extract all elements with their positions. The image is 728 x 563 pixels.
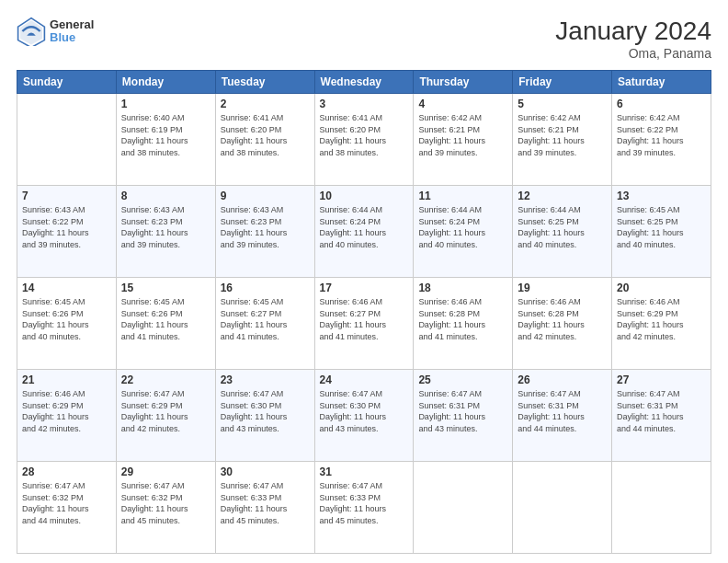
day-number: 18 (418, 282, 507, 294)
day-info: Sunrise: 6:47 AM Sunset: 6:31 PM Dayligh… (518, 388, 607, 434)
day-info: Sunrise: 6:47 AM Sunset: 6:29 PM Dayligh… (121, 388, 210, 434)
day-number: 17 (320, 282, 409, 294)
table-cell: 3Sunrise: 6:41 AM Sunset: 6:20 PM Daylig… (314, 94, 414, 186)
day-info: Sunrise: 6:47 AM Sunset: 6:33 PM Dayligh… (221, 480, 310, 526)
table-cell: 25Sunrise: 6:47 AM Sunset: 6:31 PM Dayli… (414, 370, 513, 462)
day-number: 19 (518, 282, 607, 294)
table-cell: 31Sunrise: 6:47 AM Sunset: 6:33 PM Dayli… (314, 462, 414, 554)
day-number: 14 (22, 282, 111, 294)
table-cell (513, 462, 612, 554)
table-cell: 16Sunrise: 6:45 AM Sunset: 6:27 PM Dayli… (215, 278, 314, 370)
col-monday: Monday (116, 71, 215, 94)
day-info: Sunrise: 6:47 AM Sunset: 6:31 PM Dayligh… (617, 388, 706, 434)
day-info: Sunrise: 6:46 AM Sunset: 6:29 PM Dayligh… (22, 388, 111, 434)
header: General Blue January 2024 Oma, Panama (17, 17, 711, 61)
week-row-4: 21Sunrise: 6:46 AM Sunset: 6:29 PM Dayli… (17, 370, 711, 462)
table-cell: 28Sunrise: 6:47 AM Sunset: 6:32 PM Dayli… (17, 462, 117, 554)
calendar-table: Sunday Monday Tuesday Wednesday Thursday… (17, 70, 711, 554)
table-cell: 14Sunrise: 6:45 AM Sunset: 6:26 PM Dayli… (17, 278, 117, 370)
table-cell: 4Sunrise: 6:42 AM Sunset: 6:21 PM Daylig… (414, 94, 513, 186)
col-tuesday: Tuesday (215, 71, 314, 94)
day-info: Sunrise: 6:47 AM Sunset: 6:32 PM Dayligh… (121, 480, 210, 526)
logo: General Blue (17, 17, 94, 46)
day-number: 26 (518, 373, 607, 386)
day-info: Sunrise: 6:42 AM Sunset: 6:21 PM Dayligh… (418, 112, 507, 158)
col-thursday: Thursday (414, 71, 513, 94)
day-info: Sunrise: 6:47 AM Sunset: 6:30 PM Dayligh… (320, 388, 409, 434)
table-cell: 13Sunrise: 6:45 AM Sunset: 6:25 PM Dayli… (612, 186, 711, 278)
week-row-5: 28Sunrise: 6:47 AM Sunset: 6:32 PM Dayli… (17, 462, 711, 554)
table-cell: 23Sunrise: 6:47 AM Sunset: 6:30 PM Dayli… (215, 370, 314, 462)
day-info: Sunrise: 6:46 AM Sunset: 6:29 PM Dayligh… (617, 296, 706, 342)
day-info: Sunrise: 6:40 AM Sunset: 6:19 PM Dayligh… (121, 112, 210, 158)
table-cell: 18Sunrise: 6:46 AM Sunset: 6:28 PM Dayli… (414, 278, 513, 370)
table-cell: 17Sunrise: 6:46 AM Sunset: 6:27 PM Dayli… (314, 278, 414, 370)
col-saturday: Saturday (612, 71, 711, 94)
logo-icon (17, 17, 46, 46)
table-cell: 1Sunrise: 6:40 AM Sunset: 6:19 PM Daylig… (116, 94, 215, 186)
day-number: 9 (221, 190, 310, 202)
day-info: Sunrise: 6:43 AM Sunset: 6:22 PM Dayligh… (22, 204, 111, 250)
day-number: 28 (22, 465, 111, 478)
table-cell: 30Sunrise: 6:47 AM Sunset: 6:33 PM Dayli… (215, 462, 314, 554)
day-info: Sunrise: 6:46 AM Sunset: 6:28 PM Dayligh… (518, 296, 607, 342)
day-info: Sunrise: 6:43 AM Sunset: 6:23 PM Dayligh… (121, 204, 210, 250)
day-number: 12 (518, 190, 607, 202)
day-number: 23 (221, 373, 310, 386)
day-info: Sunrise: 6:43 AM Sunset: 6:23 PM Dayligh… (221, 204, 310, 250)
col-friday: Friday (513, 71, 612, 94)
day-number: 16 (221, 282, 310, 294)
day-number: 1 (121, 98, 210, 110)
day-info: Sunrise: 6:46 AM Sunset: 6:27 PM Dayligh… (320, 296, 409, 342)
day-number: 27 (617, 373, 706, 386)
week-row-2: 7Sunrise: 6:43 AM Sunset: 6:22 PM Daylig… (17, 186, 711, 278)
day-number: 6 (617, 98, 706, 110)
table-cell: 11Sunrise: 6:44 AM Sunset: 6:24 PM Dayli… (414, 186, 513, 278)
day-info: Sunrise: 6:44 AM Sunset: 6:25 PM Dayligh… (518, 204, 607, 250)
table-cell: 29Sunrise: 6:47 AM Sunset: 6:32 PM Dayli… (116, 462, 215, 554)
calendar-subtitle: Oma, Panama (555, 46, 711, 61)
day-number: 11 (418, 190, 507, 202)
day-info: Sunrise: 6:44 AM Sunset: 6:24 PM Dayligh… (320, 204, 409, 250)
day-number: 29 (121, 465, 210, 478)
day-info: Sunrise: 6:47 AM Sunset: 6:32 PM Dayligh… (22, 480, 111, 526)
day-number: 31 (320, 465, 409, 478)
table-cell: 8Sunrise: 6:43 AM Sunset: 6:23 PM Daylig… (116, 186, 215, 278)
day-number: 7 (22, 190, 111, 202)
day-number: 8 (121, 190, 210, 202)
day-number: 5 (518, 98, 607, 110)
day-info: Sunrise: 6:45 AM Sunset: 6:25 PM Dayligh… (617, 204, 706, 250)
day-info: Sunrise: 6:47 AM Sunset: 6:30 PM Dayligh… (221, 388, 310, 434)
table-cell: 6Sunrise: 6:42 AM Sunset: 6:22 PM Daylig… (612, 94, 711, 186)
table-cell: 20Sunrise: 6:46 AM Sunset: 6:29 PM Dayli… (612, 278, 711, 370)
day-number: 4 (418, 98, 507, 110)
day-number: 22 (121, 373, 210, 386)
table-cell: 27Sunrise: 6:47 AM Sunset: 6:31 PM Dayli… (612, 370, 711, 462)
table-cell: 12Sunrise: 6:44 AM Sunset: 6:25 PM Dayli… (513, 186, 612, 278)
day-number: 21 (22, 373, 111, 386)
table-cell: 24Sunrise: 6:47 AM Sunset: 6:30 PM Dayli… (314, 370, 414, 462)
day-number: 25 (418, 373, 507, 386)
logo-line1: General (50, 18, 94, 31)
day-number: 13 (617, 190, 706, 202)
day-info: Sunrise: 6:47 AM Sunset: 6:31 PM Dayligh… (418, 388, 507, 434)
calendar-title: January 2024 (555, 17, 711, 46)
week-row-3: 14Sunrise: 6:45 AM Sunset: 6:26 PM Dayli… (17, 278, 711, 370)
logo-text: General Blue (50, 18, 94, 45)
col-wednesday: Wednesday (314, 71, 414, 94)
table-cell (17, 94, 117, 186)
day-info: Sunrise: 6:41 AM Sunset: 6:20 PM Dayligh… (221, 112, 310, 158)
day-number: 2 (221, 98, 310, 110)
day-info: Sunrise: 6:46 AM Sunset: 6:28 PM Dayligh… (418, 296, 507, 342)
day-number: 15 (121, 282, 210, 294)
day-info: Sunrise: 6:41 AM Sunset: 6:20 PM Dayligh… (320, 112, 409, 158)
table-cell: 7Sunrise: 6:43 AM Sunset: 6:22 PM Daylig… (17, 186, 117, 278)
day-number: 3 (320, 98, 409, 110)
table-cell: 26Sunrise: 6:47 AM Sunset: 6:31 PM Dayli… (513, 370, 612, 462)
day-info: Sunrise: 6:42 AM Sunset: 6:22 PM Dayligh… (617, 112, 706, 158)
col-sunday: Sunday (17, 71, 117, 94)
page: General Blue January 2024 Oma, Panama Su… (0, 0, 728, 563)
day-number: 30 (221, 465, 310, 478)
table-cell: 5Sunrise: 6:42 AM Sunset: 6:21 PM Daylig… (513, 94, 612, 186)
day-number: 10 (320, 190, 409, 202)
